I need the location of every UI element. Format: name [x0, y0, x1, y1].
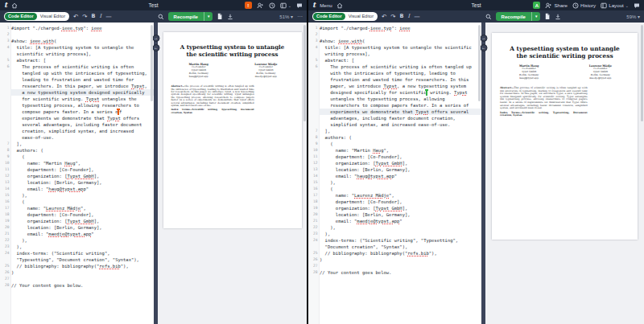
code-line[interactable]: 28// Your content goes below. [308, 269, 481, 276]
search-icon[interactable] [485, 14, 492, 20]
code-line[interactable]: 15), [308, 179, 481, 186]
recompile-chevron-icon[interactable]: ▼ [204, 12, 213, 21]
code-line[interactable]: 4title: [A typesetting system to untangl… [0, 44, 154, 57]
preview-pane[interactable]: A typesetting system to untangle the sci… [158, 23, 307, 324]
code-line[interactable]: 22), [308, 224, 481, 231]
code-line[interactable]: 19organization: [Typst GmbH], [0, 218, 154, 224]
home-icon[interactable] [11, 2, 18, 9]
recompile-button[interactable]: Recompile ▼ [168, 12, 213, 21]
code-line[interactable]: 15), [0, 192, 154, 199]
bold-button[interactable]: B [92, 12, 96, 21]
recompile-chevron-icon[interactable]: ▼ [531, 12, 540, 21]
code-line[interactable]: 12organization: [Typst GmbH], [308, 160, 481, 166]
italic-button[interactable]: I [100, 12, 102, 21]
collapse-right-handle[interactable]: → [480, 35, 487, 42]
code-line[interactable]: 21email: "maedje@typst.app" [0, 231, 154, 237]
code-line[interactable]: 22), [0, 237, 154, 244]
code-line[interactable]: 26) [0, 269, 154, 276]
search-icon[interactable] [158, 14, 164, 20]
code-line[interactable]: 3#show: ieee.with( [308, 38, 481, 44]
italic-button[interactable]: I [408, 12, 411, 21]
code-line[interactable]: 12organization: [Typst GmbH], [0, 173, 154, 179]
code-line[interactable]: 13location: [Berlin, Germany], [0, 179, 154, 186]
more-options-button[interactable]: ⋯ [297, 14, 303, 19]
code-line[interactable]: 25// bibliography: bibliography("refs.bi… [308, 250, 481, 256]
share-icon[interactable] [257, 2, 264, 9]
download-icon[interactable] [555, 14, 561, 20]
code-line[interactable]: 5abstract: [ [308, 57, 481, 64]
pane-divider[interactable]: → ← [481, 23, 485, 324]
code-line[interactable]: 1#import "./charged-ieee.typ": ieee [0, 25, 154, 31]
code-line[interactable]: 8authors: ( [0, 147, 154, 154]
rule-button[interactable]: — [105, 12, 112, 21]
code-line[interactable]: 27 [0, 276, 154, 282]
code-line[interactable]: 23), [0, 244, 154, 250]
code-line[interactable]: 10name: "Martin Haug", [0, 160, 154, 166]
code-editor-pane[interactable]: 1#import "./charged-ieee.typ": ieee23#sh… [0, 23, 154, 324]
code-line[interactable]: 1#import "./charged-ieee.typ": ieee [308, 25, 481, 31]
editor-scrollbar[interactable] [151, 25, 153, 101]
code-line[interactable]: 24index-terms: ("Scientific writing", "T… [0, 250, 154, 263]
collapse-right-handle[interactable]: → [152, 35, 159, 42]
document-icon[interactable] [217, 13, 223, 20]
code-line[interactable]: 16( [308, 186, 481, 192]
rule-button[interactable]: — [414, 12, 420, 21]
zoom-level[interactable]: 51% ▾ [279, 14, 293, 19]
code-line[interactable]: 20location: [Berlin, Germany], [308, 211, 481, 218]
code-line[interactable]: 6The process of scientific writing is of… [308, 64, 481, 128]
layout-icon[interactable]: ⌄ [280, 2, 291, 9]
code-line[interactable]: 4title: [A typesetting system to untangl… [308, 44, 481, 57]
code-line[interactable]: 11department: [Co-Founder], [308, 154, 481, 160]
visual-editor-tab[interactable]: Visual Editor [37, 13, 68, 20]
code-line[interactable]: 17name: "Laurenz Mädje", [308, 192, 481, 199]
code-line[interactable]: 28// Your content goes below. [0, 282, 154, 289]
code-line[interactable]: 9( [0, 154, 154, 160]
code-line[interactable]: 14email: "haug@typst.app" [0, 186, 154, 192]
collapse-left-handle[interactable]: ← [152, 44, 159, 51]
redo-button[interactable]: ↷ [390, 12, 395, 21]
code-editor-tab[interactable]: Code Editor [313, 13, 345, 20]
chat-icon[interactable] [296, 2, 303, 9]
code-line[interactable]: 26) [308, 256, 481, 263]
recompile-button[interactable]: Recompile ▼ [496, 12, 541, 21]
visual-editor-tab[interactable]: Visual Editor [345, 13, 377, 20]
status-badge[interactable]: ! [245, 2, 252, 9]
code-line[interactable]: 18department: [Co-Founder], [0, 211, 154, 218]
bold-button[interactable]: B [400, 12, 404, 21]
collapse-left-handle[interactable]: ← [480, 44, 487, 51]
code-line[interactable]: 16( [0, 199, 154, 205]
code-line[interactable]: 25// bibliography: bibliography("refs.bi… [0, 263, 154, 269]
download-icon[interactable] [227, 14, 233, 20]
code-line[interactable]: 27 [308, 263, 481, 269]
code-line[interactable]: 9( [308, 141, 481, 147]
preview-pane[interactable]: A typesetting system to untangle the sci… [485, 23, 644, 324]
code-line[interactable]: 2 [0, 31, 154, 38]
code-line[interactable]: 7], [0, 141, 154, 147]
code-editor-pane[interactable]: 1#import "./charged-ieee.typ": ieee23#sh… [308, 23, 481, 324]
code-line[interactable]: 11department: [Co-Founder], [0, 166, 154, 173]
preview-scrollbar[interactable] [641, 25, 643, 121]
code-line[interactable]: 7], [308, 128, 481, 134]
editor-scrollbar[interactable] [478, 25, 481, 101]
history-button[interactable]: History [572, 2, 596, 9]
typst-logo[interactable]: t [4, 2, 7, 9]
layout-button[interactable]: Layout ⌄ [601, 2, 629, 9]
share-button[interactable]: Share [545, 2, 568, 9]
document-icon[interactable] [544, 13, 551, 20]
code-line[interactable]: 24index-terms: ("Scientific writing", "T… [308, 237, 481, 250]
chat-icon[interactable] [634, 2, 640, 9]
code-line[interactable]: 10name: "Martin Haug", [308, 147, 481, 154]
code-line[interactable]: 13location: [Berlin, Germany], [308, 166, 481, 173]
home-icon[interactable] [336, 2, 343, 9]
code-line[interactable]: 14email: "haug@typst.app" [308, 173, 481, 179]
history-icon[interactable] [269, 2, 275, 9]
code-line[interactable]: 18department: [Co-Founder], [308, 199, 481, 205]
code-line[interactable]: 3#show: ieee.with( [0, 38, 154, 44]
code-line[interactable]: 19organization: [Typst GmbH], [308, 205, 481, 211]
code-line[interactable]: 23), [308, 231, 481, 237]
code-editor-tab[interactable]: Code Editor [5, 13, 37, 20]
menu-button[interactable]: Menu [320, 2, 332, 8]
code-line[interactable]: 17name: "Laurenz Mädje", [0, 205, 154, 211]
undo-button[interactable]: ↶ [73, 12, 78, 21]
avatar[interactable]: A [533, 2, 540, 9]
